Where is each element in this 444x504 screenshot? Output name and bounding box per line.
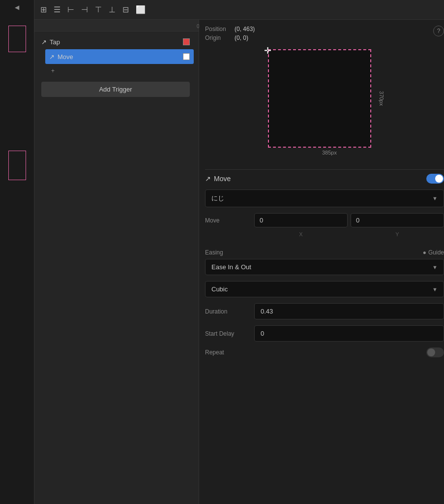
ease-curve-dropdown-row: Cubic ▼	[205, 281, 444, 297]
add-trigger-button[interactable]: Add Trigger	[41, 82, 190, 97]
duration-label: Duration	[205, 308, 254, 315]
y-axis-label: Y	[351, 231, 444, 237]
columns-icon[interactable]: ⊞	[38, 4, 49, 15]
tap-color-box	[183, 38, 190, 45]
add-child-button[interactable]: +	[37, 64, 194, 78]
tap-trigger-item[interactable]: ↗ Tap	[37, 34, 194, 49]
move-trigger-label: Move	[58, 53, 183, 61]
right-panel: Position (0, 463) Origin (0, 0) ? ✛ 370	[199, 20, 444, 504]
position-value: (0, 463)	[235, 26, 255, 32]
timeline-tracks	[197, 32, 199, 504]
add-child-label: +	[51, 67, 55, 74]
position-row: Position (0, 463)	[205, 26, 433, 32]
move-section-label: Move	[214, 175, 231, 183]
move-x-input[interactable]	[254, 213, 348, 227]
ease-type-chevron: ▼	[432, 264, 438, 270]
align-left-icon[interactable]: ⊢	[65, 4, 76, 15]
move-section-title: ↗ Move	[205, 175, 426, 183]
distribute-icon[interactable]: ⊟	[120, 4, 131, 15]
ease-curve-dropdown[interactable]: Cubic ▼	[205, 281, 444, 297]
position-label: Position	[205, 26, 235, 32]
repeat-row: Repeat	[205, 347, 444, 357]
move-y-input[interactable]	[351, 213, 444, 227]
axis-label-spacer	[205, 231, 254, 243]
collapse-arrow[interactable]: ◀	[15, 4, 19, 11]
tap-track-row	[197, 34, 199, 49]
move-trigger-icon: ↗	[49, 53, 55, 61]
tap-trigger-label: Tap	[50, 38, 183, 46]
easing-label: Easing	[205, 249, 423, 256]
preview-box: ✛	[268, 49, 371, 148]
start-delay-label: Start Delay	[205, 330, 254, 337]
main-area: ⊞ ☰ ⊢ ⊣ ⊤ ⊥ ⊟ ⬜ 0.2 0.4 0.6 0.8	[34, 0, 444, 504]
move-trigger-item[interactable]: ↗ Move	[45, 49, 194, 64]
move-property-row: Move	[205, 213, 444, 227]
guide-label: Guide	[428, 249, 444, 256]
ease-curve-chevron: ▼	[432, 286, 438, 292]
guide-link[interactable]: ● Guide	[423, 249, 444, 256]
easing-header: Easing ● Guide	[205, 249, 444, 256]
target-dropdown-row: にじ ▼	[205, 189, 444, 207]
info-grid: Position (0, 463) Origin (0, 0)	[205, 26, 433, 43]
guide-help-icon: ●	[423, 249, 426, 256]
chart-icon[interactable]: ⬜	[134, 4, 148, 15]
duration-row: Duration	[205, 303, 444, 319]
align-top-icon[interactable]: ⊥	[107, 4, 118, 15]
preview-area: ✛ 370px 385px	[205, 49, 444, 156]
x-axis-label: X	[254, 231, 348, 237]
target-dropdown-value: にじ	[211, 194, 432, 203]
align-center-h-icon[interactable]: ⊣	[79, 4, 90, 15]
top-toolbar: ⊞ ☰ ⊢ ⊣ ⊤ ⊥ ⊟ ⬜	[34, 0, 444, 20]
section-divider-1	[205, 169, 444, 170]
move-toggle[interactable]	[426, 174, 444, 184]
preview-cursor-icon: ✛	[264, 45, 271, 56]
origin-row: Origin (0, 0)	[205, 34, 433, 41]
triggers-area: ↗ Tap ↗ Move + Add Trigg	[34, 32, 199, 504]
target-dropdown[interactable]: にじ ▼	[205, 189, 444, 207]
height-dimension-label: 370px	[379, 91, 385, 106]
tap-trigger-icon: ↗	[41, 38, 47, 46]
ease-type-dropdown-row: Ease In & Out ▼	[205, 259, 444, 275]
help-icon[interactable]: ?	[433, 26, 444, 36]
duration-input[interactable]	[254, 303, 444, 319]
align-right-icon[interactable]: ⊤	[93, 4, 104, 15]
start-delay-row: Start Delay	[205, 325, 444, 342]
trigger-labels-column: ↗ Tap ↗ Move + Add Trigg	[34, 32, 197, 504]
origin-label: Origin	[205, 34, 235, 41]
ease-type-dropdown[interactable]: Ease In & Out ▼	[205, 259, 444, 275]
content-area: 0.2 0.4 0.6 0.8 ↗ Tap ↗	[34, 20, 444, 504]
axis-labels: X Y	[254, 231, 444, 237]
origin-value: (0, 0)	[235, 34, 248, 41]
move-section-icon: ↗	[205, 175, 211, 183]
move-property-label: Move	[205, 217, 254, 224]
repeat-toggle[interactable]	[426, 347, 444, 357]
move-section-header: ↗ Move	[205, 174, 444, 184]
frame-preview-top	[8, 26, 26, 52]
move-color-box	[183, 53, 190, 60]
target-dropdown-chevron: ▼	[432, 195, 438, 201]
left-panel: 0.2 0.4 0.6 0.8 ↗ Tap ↗	[34, 20, 199, 504]
ease-curve-value: Cubic	[211, 285, 432, 293]
align-icon[interactable]: ☰	[52, 4, 62, 15]
repeat-label: Repeat	[205, 349, 426, 356]
start-delay-input[interactable]	[254, 325, 444, 342]
move-track-row[interactable]	[197, 49, 199, 64]
ease-type-value: Ease In & Out	[211, 263, 432, 271]
frame-preview-bottom	[8, 151, 26, 180]
move-inputs	[254, 213, 444, 227]
timeline-ruler: 0.2 0.4 0.6 0.8	[34, 20, 199, 32]
position-info: Position (0, 463) Origin (0, 0) ?	[205, 26, 444, 43]
width-dimension-label: 385px	[322, 150, 337, 156]
left-strip: ◀	[0, 0, 34, 504]
